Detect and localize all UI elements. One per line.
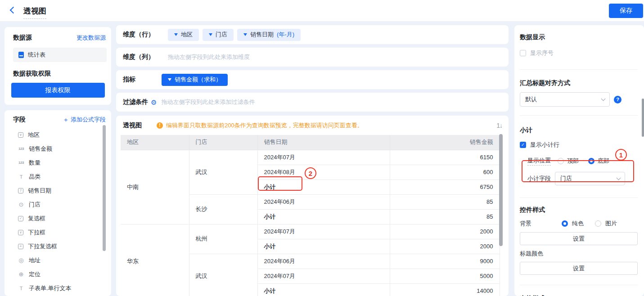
help-icon[interactable]: ?: [614, 96, 621, 103]
datasource-item[interactable]: 统计表: [13, 48, 107, 62]
metric-chip-sales-sum[interactable]: 销售金额（求和）: [162, 74, 228, 86]
background-setting-button[interactable]: 设置: [520, 232, 638, 245]
field-item[interactable]: ⊙门店: [5, 197, 111, 211]
bg-solid-radio[interactable]: [562, 220, 568, 227]
chevron-down-icon: [209, 33, 212, 36]
amount-cell: 2000: [390, 239, 500, 254]
subtotal-field-select[interactable]: 门店: [555, 172, 625, 185]
chevron-down-icon: [601, 96, 606, 101]
number-field-icon: 123: [18, 160, 24, 166]
fields-card: 字段 ＋ 添加公式字段 ∨地区 123销售金额 123数量 T品类 7销售日期 …: [5, 110, 111, 296]
field-item[interactable]: 7销售日期: [5, 184, 111, 197]
sidebar-scrollbar[interactable]: [103, 125, 106, 251]
field-item[interactable]: ⊕定位: [5, 267, 111, 281]
background-label: 背景: [520, 220, 531, 228]
dropdown-field-icon: ∨: [18, 230, 23, 235]
divider: [520, 69, 638, 70]
show-subtotal-checkbox[interactable]: ✓: [520, 142, 526, 148]
amount-cell: 6750: [390, 179, 500, 194]
field-item[interactable]: T品类: [5, 170, 111, 184]
region-cell: 华东: [121, 224, 189, 296]
show-index-label: 显示序号: [530, 49, 554, 57]
row-dimension-label: 维度（行）: [123, 31, 154, 39]
dropdown-multi-field-icon: ≡: [18, 244, 23, 249]
add-formula-field-link[interactable]: ＋ 添加公式字段: [63, 116, 106, 124]
date-granularity-label: (年-月): [277, 31, 294, 39]
bg-solid-label: 纯色: [572, 220, 584, 228]
divider: [520, 197, 638, 198]
field-item[interactable]: ≡下拉复选框: [5, 239, 111, 253]
chevron-down-icon: [168, 78, 171, 81]
text-field-icon: T: [18, 174, 24, 180]
back-icon[interactable]: [10, 7, 17, 14]
permission-title: 数据获取权限: [5, 62, 111, 78]
table-scrollbar[interactable]: [499, 134, 503, 246]
radio-field-icon: ⊙: [18, 202, 24, 208]
field-item[interactable]: ∨地区: [5, 128, 111, 142]
bg-image-radio[interactable]: [595, 220, 601, 227]
table-row: 中南 武汉 2024年07月 6150: [121, 150, 500, 165]
field-item[interactable]: T子表单.单行文本: [5, 281, 111, 295]
bg-image-label: 图片: [605, 220, 617, 228]
column-header-amount: 销售金额: [390, 135, 500, 150]
column-header-region: 地区: [121, 135, 189, 150]
position-top-radio[interactable]: [558, 158, 564, 164]
location-field-icon: ⊕: [18, 271, 24, 278]
field-item[interactable]: 123数量: [5, 156, 111, 170]
column-dimension-bar[interactable]: 维度（列） 拖动左侧字段到此处来添加维度: [116, 48, 509, 67]
sort-icon[interactable]: 1↓: [496, 122, 502, 129]
report-permission-button[interactable]: 报表权限: [11, 83, 105, 98]
field-item[interactable]: ∨下拉框: [5, 225, 111, 239]
subtotal-cell: 小计: [257, 283, 390, 296]
save-button[interactable]: 保存: [609, 4, 643, 18]
store-cell: 武汉: [189, 150, 257, 194]
region-cell: 中南: [121, 150, 189, 224]
column-header-date: 销售日期: [257, 135, 390, 150]
amount-cell: 600: [390, 165, 500, 179]
show-subtotal-label: 显示小计行: [530, 141, 559, 149]
field-item[interactable]: ✓复选框: [5, 211, 111, 225]
subtotal-cell: 小计: [257, 209, 390, 224]
change-datasource-link[interactable]: 更改数据源: [77, 34, 106, 42]
panel-scrollbar[interactable]: [642, 99, 644, 137]
number-field-icon: 123: [18, 146, 24, 152]
dimension-chip-sale-date[interactable]: 销售日期 (年-月): [237, 29, 301, 41]
preview-warning: ! 编辑界面只取数据源前200条作为查询数据预览，完整数据请访问页面查看。: [157, 121, 363, 130]
dimension-chip-region[interactable]: 地区: [168, 29, 199, 41]
amount-cell: 5000: [390, 269, 500, 283]
amount-cell: 14000: [390, 283, 500, 296]
page-title: 透视图: [23, 6, 46, 19]
position-label: 显示位置: [527, 157, 551, 166]
subtotal-field-label: 小计字段: [527, 175, 551, 183]
pivot-title: 透视图: [123, 121, 142, 130]
column-dimension-label: 维度（列）: [123, 53, 154, 61]
summary-align-select[interactable]: 默认: [520, 92, 610, 107]
text-field-icon: T: [18, 285, 24, 292]
dimension-chip-store[interactable]: 门店: [203, 29, 234, 41]
show-index-checkbox[interactable]: [520, 50, 526, 56]
metric-bar: 指标 销售金额（求和）: [116, 70, 509, 89]
chevron-down-icon: [617, 175, 621, 180]
store-cell: 武汉: [189, 254, 257, 296]
amount-cell: 9000: [390, 254, 500, 269]
subtotal-cell: 小计: [257, 239, 390, 254]
pivot-header-row: 地区 门店 销售日期 销售金额: [121, 135, 500, 150]
fields-title: 字段: [13, 116, 26, 124]
store-cell: 长沙: [189, 194, 257, 224]
pivot-table: 地区 门店 销售日期 销售金额 中南 武汉 2024年07月 6150 2024…: [121, 135, 500, 296]
data-display-title: 数据显示: [520, 33, 638, 41]
gear-icon[interactable]: ⚙: [151, 99, 157, 106]
field-item[interactable]: ◎地址: [5, 253, 111, 267]
column-dimension-placeholder: 拖动左侧字段到此处来添加维度: [168, 53, 250, 61]
column-header-store: 门店: [189, 135, 257, 150]
filter-bar[interactable]: 过滤条件 ⚙ 拖动左侧字段到此处来添加过滤条件: [116, 93, 509, 112]
filter-label: 过滤条件: [123, 98, 148, 106]
warning-text: 编辑界面只取数据源前200条作为查询数据预览，完整数据请访问页面查看。: [166, 121, 363, 130]
chevron-down-icon: [243, 33, 247, 36]
amount-cell: 85: [390, 194, 500, 209]
table-row: 华东 杭州 2024年07月 2000: [121, 224, 500, 239]
address-field-icon: ◎: [18, 257, 24, 264]
field-item[interactable]: 123销售金额: [5, 142, 111, 156]
title-color-setting-button[interactable]: 设置: [520, 262, 638, 275]
position-bottom-radio[interactable]: [588, 158, 594, 164]
